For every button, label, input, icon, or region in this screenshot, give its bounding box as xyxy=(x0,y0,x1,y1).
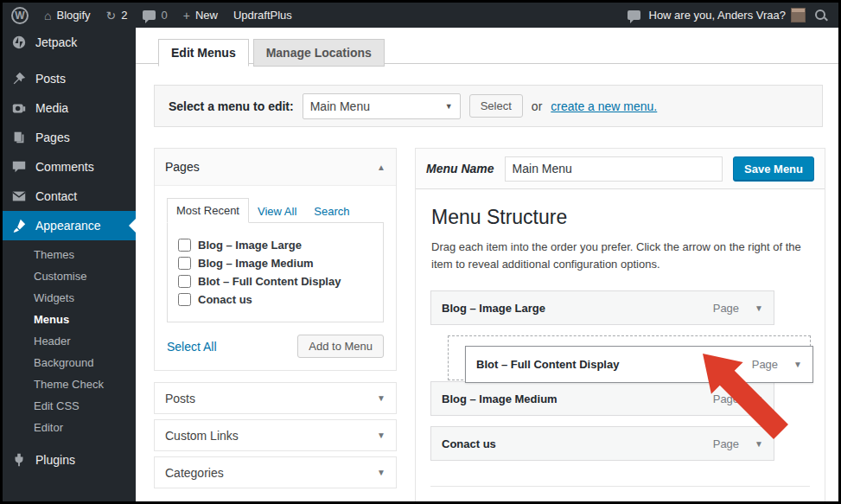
sidebar-item-plugins[interactable]: Plugins xyxy=(3,445,136,475)
tab-search[interactable]: Search xyxy=(305,200,358,223)
page-checkbox[interactable] xyxy=(178,257,191,270)
submenu-item-background[interactable]: Background xyxy=(3,352,136,373)
page-checkbox-row: Blot – Full Content Display xyxy=(178,275,373,288)
comments-count: 0 xyxy=(161,9,167,22)
submenu-item-edit-css[interactable]: Edit CSS xyxy=(3,395,136,417)
new-label: New xyxy=(195,9,218,22)
sidebar-item-media[interactable]: Media xyxy=(3,93,136,123)
main-content: Edit Menus Manage Locations Select a men… xyxy=(136,28,838,501)
tab-most-recent[interactable]: Most Recent xyxy=(167,198,249,223)
menu-editor-separator xyxy=(430,486,810,487)
accordion-custom-links[interactable]: Custom Links ▼ xyxy=(154,419,397,451)
sidebar-item-appearance[interactable]: Appearance xyxy=(3,211,136,240)
jetpack-icon xyxy=(11,35,27,50)
chevron-down-icon[interactable]: ▼ xyxy=(755,394,763,404)
chevron-down-icon[interactable]: ▼ xyxy=(755,303,763,313)
sidebar-item-pages[interactable]: Pages xyxy=(3,123,136,152)
user-avatar xyxy=(791,8,806,22)
expand-icon[interactable]: ▼ xyxy=(377,431,385,440)
save-menu-button[interactable]: Save Menu xyxy=(733,156,814,182)
page-checkbox-row: Blog – Image Medium xyxy=(178,257,373,270)
envelope-icon xyxy=(11,188,27,204)
tab-edit-menus[interactable]: Edit Menus xyxy=(158,39,249,67)
menu-select-dropdown[interactable]: Main Menu ▼ xyxy=(303,93,461,119)
pushpin-icon xyxy=(11,71,27,86)
submenu-item-editor[interactable]: Editor xyxy=(3,417,136,438)
accordion-categories[interactable]: Categories ▼ xyxy=(154,456,397,488)
pages-box-header[interactable]: Pages ▲ xyxy=(155,149,396,186)
sidebar-item-comments[interactable]: Comments xyxy=(3,152,136,182)
menu-item-blot-full-content-display[interactable]: Blot – Full Content Display Page ▼ xyxy=(465,346,813,383)
page-checkbox-label: Blog – Image Large xyxy=(198,239,302,252)
page-checkbox[interactable] xyxy=(178,293,191,306)
page-checkbox[interactable] xyxy=(178,275,191,288)
tab-view-all[interactable]: View All xyxy=(249,200,305,223)
menu-select-value: Main Menu xyxy=(310,99,370,113)
sidebar-label: Media xyxy=(35,101,68,115)
page-checkbox[interactable] xyxy=(178,239,191,252)
accordion-title: Custom Links xyxy=(165,429,239,443)
pages-box-title: Pages xyxy=(165,160,200,174)
menu-item-title: Conact us xyxy=(442,437,496,450)
tab-manage-locations[interactable]: Manage Locations xyxy=(253,39,385,67)
my-account-link[interactable]: How are you, Anders Vraa? xyxy=(649,8,806,22)
sidebar-label: Comments xyxy=(35,160,94,174)
expand-icon[interactable]: ▼ xyxy=(377,393,385,403)
menu-item-title: Blog – Image Large xyxy=(442,302,545,315)
admin-sidebar: Jetpack Posts Media Pages Comm xyxy=(3,28,136,501)
search-icon[interactable] xyxy=(814,9,828,22)
new-content-link[interactable]: + New xyxy=(183,9,218,22)
sidebar-item-contact[interactable]: Contact xyxy=(3,182,136,211)
wp-logo-menu[interactable]: W xyxy=(11,7,29,24)
sidebar-label: Contact xyxy=(35,189,77,203)
site-name-label: Blogify xyxy=(56,9,90,22)
page-checkbox-label: Blog – Image Medium xyxy=(198,257,314,270)
chevron-down-icon[interactable]: ▼ xyxy=(793,360,802,369)
menu-select-bar: Select a menu to edit: Main Menu ▼ Selec… xyxy=(154,85,823,127)
comments-bubble-icon xyxy=(143,10,156,20)
sidebar-item-posts[interactable]: Posts xyxy=(3,64,136,93)
site-name-link[interactable]: ⌂ Blogify xyxy=(44,9,91,22)
sidebar-item-jetpack[interactable]: Jetpack xyxy=(3,28,136,57)
submenu-item-menus[interactable]: Menus xyxy=(3,309,136,330)
menu-item-conact-us[interactable]: Conact us Page ▼ xyxy=(430,426,774,461)
pages-box: Pages ▲ Most Recent View All Search Blog… xyxy=(154,148,397,371)
chevron-down-icon[interactable]: ▼ xyxy=(755,439,763,449)
menu-name-input[interactable] xyxy=(505,156,723,182)
page-checkbox-row: Conact us xyxy=(178,293,373,306)
comment-icon xyxy=(11,159,27,175)
updates-link[interactable]: ↻ 2 xyxy=(106,9,128,22)
select-button[interactable]: Select xyxy=(469,94,523,118)
select-all-link[interactable]: Select All xyxy=(167,340,217,354)
menu-item-type: Page xyxy=(713,302,739,315)
camera-icon xyxy=(11,100,27,116)
submenu-item-customise[interactable]: Customise xyxy=(3,265,136,287)
pages-box-footer: Select All Add to Menu xyxy=(167,335,384,358)
feedback-bubble-icon[interactable] xyxy=(628,10,640,20)
updraftplus-link[interactable]: UpdraftPlus xyxy=(233,9,292,22)
menu-item-blog-image-medium[interactable]: Blog – Image Medium Page ▼ xyxy=(430,381,774,416)
submenu-item-header[interactable]: Header xyxy=(3,330,136,352)
accordion-posts[interactable]: Posts ▼ xyxy=(154,382,397,414)
plug-icon xyxy=(11,452,27,468)
comments-link[interactable]: 0 xyxy=(143,9,167,22)
submenu-item-themes[interactable]: Themes xyxy=(3,244,136,265)
current-menu-arrow xyxy=(122,219,136,233)
expand-icon[interactable]: ▼ xyxy=(377,468,385,477)
collapse-icon[interactable]: ▲ xyxy=(377,163,385,172)
submenu-item-theme-check[interactable]: Theme Check xyxy=(3,373,136,395)
add-to-menu-button[interactable]: Add to Menu xyxy=(297,335,384,358)
menu-item-type: Page xyxy=(752,358,778,371)
accordion-title: Categories xyxy=(165,466,224,480)
screen-tabs: Edit Menus Manage Locations xyxy=(158,39,385,67)
wordpress-admin-window: W ⌂ Blogify ↻ 2 0 + New UpdraftPlus xyxy=(0,0,841,504)
menu-item-blog-image-large[interactable]: Blog – Image Large Page ▼ xyxy=(430,290,774,325)
chevron-down-icon: ▼ xyxy=(445,102,453,111)
updates-icon: ↻ xyxy=(106,10,117,22)
menu-structure-help: Drag each item into the order you prefer… xyxy=(431,239,822,273)
sidebar-label: Plugins xyxy=(35,453,75,467)
submenu-item-widgets[interactable]: Widgets xyxy=(3,287,136,309)
admin-bar: W ⌂ Blogify ↻ 2 0 + New UpdraftPlus xyxy=(3,3,838,28)
pages-box-body: Most Recent View All Search Blog – Image… xyxy=(155,186,396,370)
create-new-menu-link[interactable]: create a new menu. xyxy=(551,99,657,113)
